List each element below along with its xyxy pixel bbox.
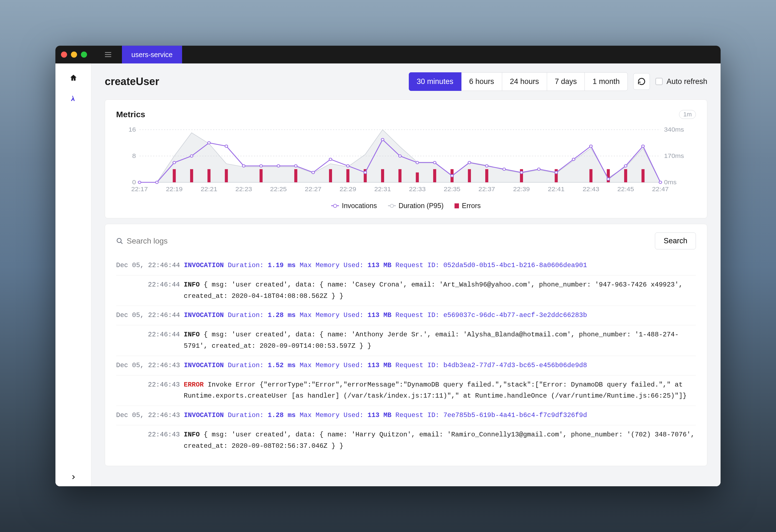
log-timestamp: 22:46:43 (116, 379, 180, 402)
auto-refresh-label: Auto refresh (666, 77, 707, 86)
svg-text:22:29: 22:29 (340, 186, 356, 193)
svg-rect-37 (381, 169, 384, 183)
minimize-window-button[interactable] (71, 51, 77, 58)
log-line[interactable]: Dec 05, 22:46:43INVOCATION Duration: 1.2… (116, 406, 696, 425)
logs-search-button[interactable]: Search (655, 233, 696, 249)
close-window-button[interactable] (61, 51, 67, 58)
svg-text:8: 8 (132, 153, 136, 159)
menu-button[interactable] (102, 48, 114, 61)
log-timestamp: Dec 05, 22:46:44 (116, 310, 180, 321)
svg-rect-35 (347, 169, 350, 183)
logs-panel: Search Dec 05, 22:46:44INVOCATION Durati… (105, 224, 707, 466)
svg-rect-32 (260, 169, 263, 183)
legend-errors: Errors (454, 202, 480, 210)
svg-rect-34 (329, 169, 332, 183)
svg-point-59 (294, 165, 297, 167)
log-line[interactable]: Dec 05, 22:46:44INVOCATION Duration: 1.2… (116, 306, 696, 325)
svg-text:22:33: 22:33 (409, 186, 426, 193)
home-icon (69, 74, 77, 82)
lambda-icon (69, 94, 77, 102)
log-line[interactable]: 22:46:44INFO { msg: 'user created', data… (116, 275, 696, 306)
svg-rect-42 (468, 169, 471, 183)
refresh-icon (637, 77, 646, 86)
svg-text:22:45: 22:45 (617, 186, 634, 193)
time-range-group: 30 minutes6 hours24 hours7 days1 month (409, 72, 628, 91)
svg-point-72 (520, 171, 523, 174)
metrics-chart: 08160ms170ms340ms22:1722:1922:2122:2322:… (118, 127, 694, 196)
svg-point-54 (208, 142, 210, 144)
svg-text:22:27: 22:27 (305, 186, 322, 193)
sidebar-item-home[interactable] (65, 69, 82, 86)
svg-point-77 (607, 178, 610, 180)
log-message: INFO { msg: 'user created', data: { name… (184, 429, 696, 452)
svg-rect-28 (173, 169, 176, 183)
legend-invocations: Invocations (331, 202, 377, 210)
logs-search-input[interactable] (127, 237, 649, 246)
sidebar (55, 63, 91, 486)
svg-text:22:19: 22:19 (166, 186, 183, 193)
log-line[interactable]: Dec 05, 22:46:44INVOCATION Duration: 1.1… (116, 256, 696, 275)
log-line[interactable]: 22:46:43INFO { msg: 'user created', data… (116, 425, 696, 456)
svg-line-82 (121, 242, 123, 244)
range-7-days[interactable]: 7 days (547, 72, 585, 91)
svg-point-81 (117, 238, 121, 242)
metrics-panel: Metrics 1m 08160ms170ms340ms22:1722:1922… (105, 99, 707, 218)
svg-text:22:21: 22:21 (201, 186, 217, 193)
svg-point-62 (347, 165, 349, 167)
svg-point-57 (260, 165, 262, 167)
svg-point-76 (589, 145, 592, 148)
range-30-minutes[interactable]: 30 minutes (409, 72, 461, 91)
metrics-title: Metrics (116, 110, 145, 119)
svg-rect-46 (589, 169, 593, 183)
sidebar-expand-button[interactable] (55, 474, 91, 481)
log-line[interactable]: 22:46:43ERROR Invoke Error {"errorType":… (116, 375, 696, 406)
range-24-hours[interactable]: 24 hours (502, 72, 547, 91)
svg-point-63 (364, 171, 367, 174)
log-timestamp: Dec 05, 22:46:43 (116, 410, 180, 421)
svg-rect-38 (399, 169, 402, 183)
maximize-window-button[interactable] (81, 51, 87, 58)
legend-duration: Duration (P95) (388, 202, 444, 210)
svg-text:22:39: 22:39 (513, 186, 530, 193)
auto-refresh-toggle[interactable]: Auto refresh (655, 77, 707, 86)
log-message: INVOCATION Duration: 1.19 ms Max Memory … (184, 260, 696, 271)
sidebar-item-lambda[interactable] (65, 90, 82, 107)
page-header: createUser 30 minutes6 hours24 hours7 da… (91, 63, 721, 99)
refresh-button[interactable] (633, 73, 650, 90)
svg-text:0: 0 (132, 179, 136, 186)
log-timestamp: Dec 05, 22:46:44 (116, 260, 180, 271)
traffic-lights (61, 51, 87, 58)
svg-rect-33 (294, 169, 298, 183)
svg-rect-29 (190, 169, 193, 183)
main: createUser 30 minutes6 hours24 hours7 da… (91, 63, 721, 486)
svg-point-58 (277, 165, 280, 167)
svg-text:22:41: 22:41 (548, 186, 565, 193)
titlebar: users-service (55, 46, 721, 63)
svg-rect-31 (225, 169, 228, 183)
log-line[interactable]: Dec 05, 22:46:43INVOCATION Duration: 1.5… (116, 356, 696, 375)
svg-point-52 (173, 161, 176, 164)
svg-text:170ms: 170ms (664, 153, 684, 159)
auto-refresh-checkbox[interactable] (655, 78, 663, 85)
svg-point-51 (156, 181, 158, 184)
svg-point-60 (312, 171, 315, 174)
svg-point-71 (503, 168, 506, 171)
svg-text:22:43: 22:43 (583, 186, 599, 193)
chevron-right-icon (70, 474, 77, 481)
svg-point-73 (537, 168, 540, 171)
svg-point-74 (555, 171, 558, 174)
svg-text:16: 16 (129, 127, 136, 133)
svg-point-65 (399, 155, 401, 158)
log-list: Dec 05, 22:46:44INVOCATION Duration: 1.1… (116, 256, 696, 456)
svg-point-69 (468, 161, 471, 164)
log-message: INVOCATION Duration: 1.28 ms Max Memory … (184, 310, 696, 321)
range-1-month[interactable]: 1 month (584, 72, 628, 91)
logs-search[interactable] (116, 237, 649, 246)
service-tab[interactable]: users-service (122, 46, 182, 63)
log-message: ERROR Invoke Error {"errorType":"Error",… (184, 379, 696, 402)
log-timestamp: 22:46:44 (116, 279, 180, 302)
svg-rect-49 (641, 169, 645, 183)
svg-point-53 (190, 155, 193, 158)
range-6-hours[interactable]: 6 hours (461, 72, 502, 91)
log-line[interactable]: 22:46:44INFO { msg: 'user created', data… (116, 325, 696, 356)
